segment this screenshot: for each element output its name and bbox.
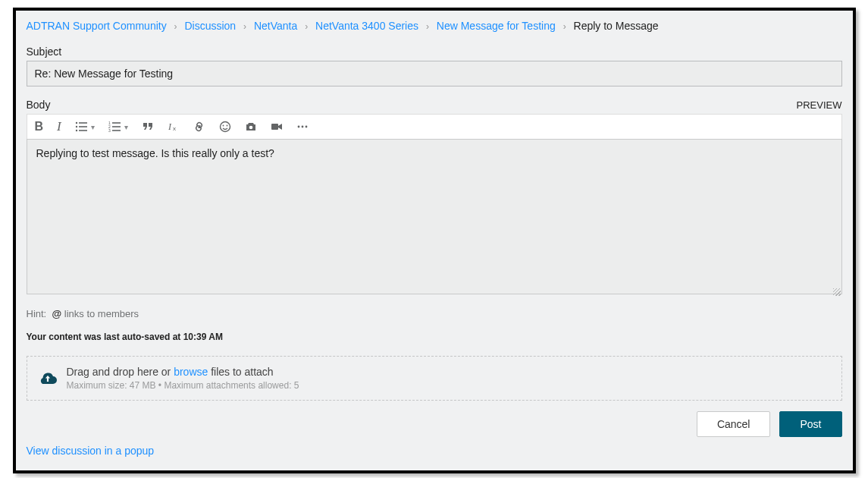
- svg-point-0: [76, 122, 77, 124]
- emoji-icon: [219, 121, 231, 133]
- browse-link[interactable]: browse: [174, 366, 208, 378]
- body-label: Body: [27, 99, 51, 111]
- more-button[interactable]: [296, 121, 309, 133]
- bullet-list-button[interactable]: ▾: [75, 121, 95, 133]
- svg-point-15: [222, 125, 224, 127]
- breadcrumb-link[interactable]: ADTRAN Support Community: [27, 20, 167, 32]
- svg-point-19: [297, 126, 299, 128]
- svg-rect-18: [271, 124, 278, 130]
- more-icon: [296, 121, 309, 133]
- upload-cloud-icon: [38, 370, 58, 387]
- at-mention-icon: @: [52, 308, 61, 319]
- quote-icon: [142, 121, 154, 133]
- svg-text:x: x: [173, 125, 176, 132]
- svg-point-2: [76, 126, 77, 127]
- svg-rect-1: [79, 122, 87, 124]
- breadcrumb-separator: ›: [563, 21, 566, 32]
- svg-point-17: [249, 126, 252, 130]
- breadcrumb-link[interactable]: New Message for Testing: [437, 20, 556, 32]
- cancel-button[interactable]: Cancel: [697, 411, 771, 437]
- hint-text: Hint: @ links to members: [27, 308, 842, 319]
- svg-rect-3: [79, 126, 87, 127]
- clear-format-button[interactable]: Ix: [168, 121, 180, 133]
- breadcrumb-separator: ›: [243, 21, 246, 32]
- post-button[interactable]: Post: [779, 411, 841, 437]
- dropzone-text: Drag and drop here or browse files to at…: [67, 366, 299, 378]
- link-button[interactable]: [193, 121, 205, 133]
- dropzone-meta: Maximum size: 47 MB • Maximum attachment…: [67, 380, 299, 391]
- breadcrumb-link[interactable]: Discussion: [184, 20, 236, 32]
- bold-button[interactable]: B: [35, 120, 44, 134]
- breadcrumb-link[interactable]: NetVanta: [254, 20, 297, 32]
- clear-format-icon: Ix: [168, 121, 180, 133]
- italic-button[interactable]: I: [57, 119, 61, 134]
- video-button[interactable]: [271, 121, 283, 133]
- svg-point-21: [305, 126, 307, 128]
- numbered-list-button[interactable]: 123 ▾: [108, 121, 128, 133]
- svg-rect-5: [79, 130, 87, 131]
- link-icon: [193, 121, 205, 133]
- subject-label: Subject: [27, 46, 842, 58]
- quote-button[interactable]: [142, 121, 154, 133]
- view-popup-link[interactable]: View discussion in a popup: [27, 445, 155, 457]
- svg-point-16: [226, 125, 227, 127]
- attachment-dropzone[interactable]: Drag and drop here or browse files to at…: [27, 356, 842, 401]
- chevron-down-icon: ▾: [91, 123, 95, 131]
- subject-input[interactable]: [27, 61, 842, 86]
- breadcrumb-separator: ›: [305, 21, 308, 32]
- editor-resize-handle[interactable]: [27, 139, 842, 297]
- photo-button[interactable]: [245, 121, 257, 133]
- svg-rect-9: [112, 126, 121, 127]
- svg-point-14: [220, 122, 230, 132]
- breadcrumb-separator: ›: [174, 21, 177, 32]
- action-bar: Cancel Post: [27, 411, 842, 437]
- chevron-down-icon: ▾: [124, 123, 128, 131]
- svg-text:I: I: [168, 121, 172, 132]
- svg-rect-7: [112, 122, 121, 124]
- editor-toolbar: B I ▾ 123 ▾ Ix: [27, 114, 842, 139]
- breadcrumb-current: Reply to Message: [574, 20, 659, 32]
- emoji-button[interactable]: [219, 121, 231, 133]
- breadcrumb-link[interactable]: NetVanta 3400 Series: [315, 20, 418, 32]
- autosave-status: Your content was last auto-saved at 10:3…: [27, 332, 842, 342]
- video-icon: [271, 121, 283, 133]
- camera-icon: [245, 121, 257, 133]
- svg-point-20: [301, 126, 303, 128]
- bullet-list-icon: [75, 121, 87, 133]
- breadcrumb: ADTRAN Support Community › Discussion › …: [27, 20, 842, 32]
- body-editor[interactable]: [27, 139, 842, 294]
- reply-form-container: ADTRAN Support Community › Discussion › …: [13, 8, 856, 473]
- numbered-list-icon: 123: [108, 121, 121, 133]
- svg-text:3: 3: [108, 128, 111, 133]
- svg-rect-11: [112, 130, 121, 131]
- breadcrumb-separator: ›: [426, 21, 429, 32]
- preview-link[interactable]: PREVIEW: [797, 99, 842, 111]
- svg-point-4: [76, 130, 77, 131]
